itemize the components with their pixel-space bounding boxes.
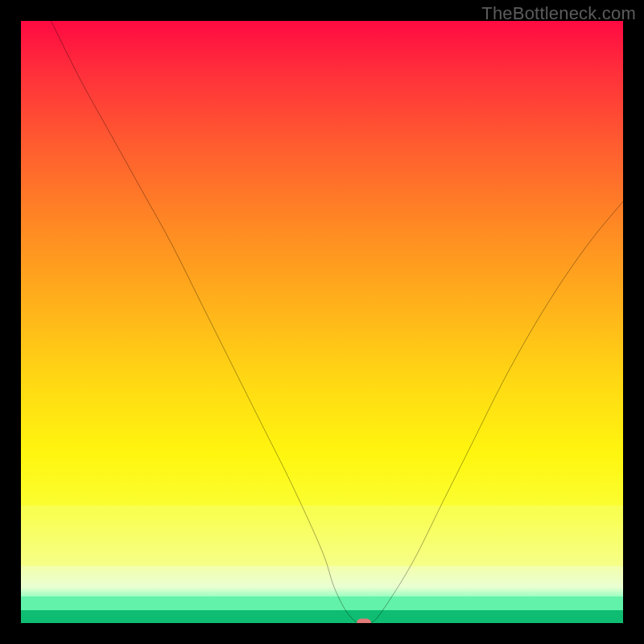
optimal-point-marker [357, 619, 371, 624]
watermark-text: TheBottleneck.com [481, 3, 636, 24]
chart-frame: TheBottleneck.com [0, 0, 644, 644]
plot-area [21, 21, 623, 623]
bottleneck-curve [21, 21, 623, 623]
